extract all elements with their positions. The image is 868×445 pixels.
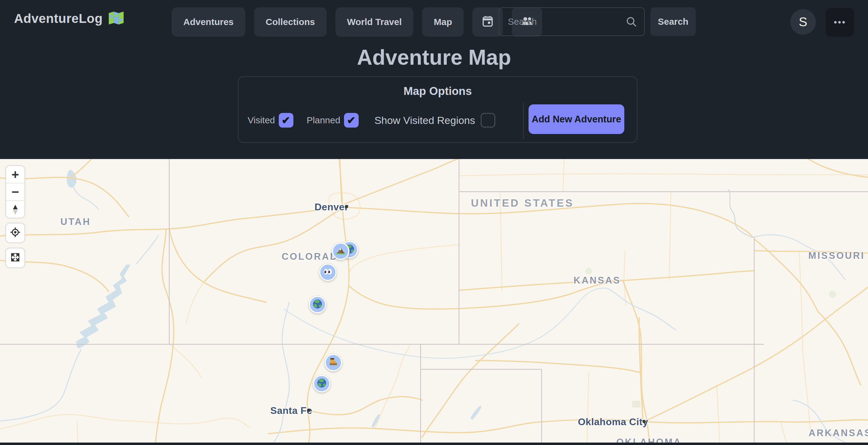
- nav-collections[interactable]: Collections: [254, 7, 327, 37]
- map-options-card: Map Options Visited✔Planned✔Show Visited…: [238, 76, 638, 143]
- show-visited-regions-checkbox[interactable]: [480, 113, 495, 127]
- visited-checkbox[interactable]: ✔: [279, 113, 293, 127]
- ellipsis-icon: •••: [834, 17, 846, 27]
- zoom-in-button[interactable]: +: [6, 166, 24, 183]
- adventure-marker-globe[interactable]: [313, 375, 331, 392]
- geolocate-icon: [10, 227, 21, 239]
- filters-row: Visited✔Planned✔Show Visited Regions: [248, 113, 495, 127]
- search-button[interactable]: Search: [651, 7, 696, 36]
- nav-label: Adventures: [183, 17, 234, 27]
- brand-home-link[interactable]: AdventureLog: [14, 11, 124, 26]
- map-canvas[interactable]: UNITED STATESUTAHCOLORADOKANSASMISSOURIA…: [0, 159, 868, 443]
- adventure-marker-eyes[interactable]: [319, 263, 337, 281]
- filter-visited: Visited✔: [248, 113, 293, 127]
- compass-button[interactable]: ▲ ▼: [6, 200, 24, 218]
- boot-emoji-icon: [328, 356, 339, 369]
- search-input[interactable]: [499, 7, 645, 36]
- eyes-emoji-icon: [322, 266, 333, 278]
- nav-adventures[interactable]: Adventures: [172, 7, 245, 37]
- adventure-marker-boot[interactable]: [324, 354, 342, 372]
- nav-label: Collections: [266, 17, 315, 27]
- avatar[interactable]: S: [790, 9, 816, 35]
- search-group: Search: [499, 7, 696, 36]
- filter-planned: Planned✔: [307, 113, 359, 127]
- geolocate-button[interactable]: [5, 223, 25, 243]
- map-base-layer: [0, 159, 868, 443]
- mountain-emoji-icon: [335, 245, 346, 257]
- world-map-emoji-logo-icon: [108, 11, 124, 26]
- fullscreen-button[interactable]: [5, 248, 25, 268]
- search-icon: [625, 16, 638, 28]
- compass-down-icon: ▼: [11, 209, 19, 214]
- map-zoom-control: + − ▲ ▼: [5, 166, 25, 218]
- nav-label: Map: [434, 17, 452, 27]
- adventure-marker-mountain[interactable]: [332, 242, 349, 260]
- page-title: Adventure Map: [0, 45, 868, 69]
- nav-map[interactable]: Map: [422, 7, 464, 37]
- navbar: AdventureLog AdventuresCollectionsWorld …: [0, 0, 868, 44]
- adventure-marker-globe[interactable]: [309, 296, 326, 314]
- fullscreen-icon: [10, 252, 21, 264]
- map-options-title: Map Options: [239, 85, 637, 98]
- globe-emoji-icon: [316, 378, 327, 390]
- filter-label: Planned: [307, 115, 340, 125]
- calendar-icon: [481, 14, 494, 30]
- zoom-out-button[interactable]: −: [6, 183, 24, 200]
- planned-checkbox[interactable]: ✔: [344, 113, 359, 127]
- nav-label: World Travel: [347, 17, 402, 27]
- filter-show-visited-regions: Show Visited Regions: [374, 113, 495, 127]
- nav-world-travel[interactable]: World Travel: [336, 7, 413, 37]
- filter-label: Visited: [248, 115, 275, 125]
- search-box: [499, 7, 645, 36]
- avatar-initial: S: [799, 14, 807, 29]
- adventurelog-app: AdventureLog AdventuresCollectionsWorld …: [0, 0, 868, 445]
- regions-toggle-label: Show Visited Regions: [374, 115, 475, 126]
- primary-nav: AdventuresCollectionsWorld TravelMap: [172, 7, 542, 37]
- more-menu-button[interactable]: •••: [826, 8, 854, 37]
- bottom-bar: [0, 443, 868, 445]
- globe-emoji-icon: [312, 298, 323, 311]
- add-new-adventure-button[interactable]: Add New Adventure: [529, 105, 624, 134]
- divider: [523, 102, 524, 139]
- brand-title: AdventureLog: [14, 11, 103, 26]
